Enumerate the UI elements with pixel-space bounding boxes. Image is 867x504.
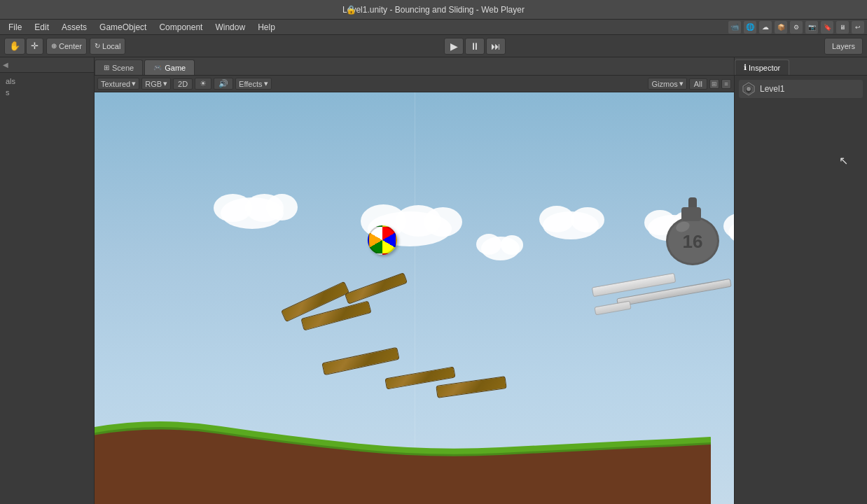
- main-toolbar: ✋ ✛ ⊕ Center ↻ Local ▶ ⏸ ⏭ Layers: [0, 35, 867, 57]
- 2d-button[interactable]: 2D: [173, 78, 193, 90]
- menu-component[interactable]: Component: [153, 21, 208, 34]
- weight-object[interactable]: 16: [662, 197, 723, 267]
- title-lock-icon: 🔒: [346, 5, 356, 15]
- svg-point-9: [747, 87, 751, 91]
- color-arrow-icon: ▾: [163, 79, 167, 88]
- effects-dropdown[interactable]: Effects ▾: [235, 78, 271, 90]
- menu-bar: File Edit Assets GameObject Component Wi…: [0, 20, 867, 35]
- center-icon: ⊕: [51, 42, 57, 50]
- hierarchy-item-1[interactable]: als: [0, 76, 94, 87]
- scene-tab[interactable]: ⊞ Scene: [95, 59, 143, 75]
- toolbar-icon-3: ☁: [759, 21, 772, 34]
- gizmos-arrow-icon: ▾: [679, 79, 684, 88]
- color-dropdown[interactable]: RGB ▾: [141, 78, 171, 90]
- toolbar-icon-2: 🌐: [744, 21, 756, 34]
- ground-dirt: [95, 378, 734, 504]
- viewport: 16: [95, 92, 734, 504]
- audio-button[interactable]: 🔊: [214, 78, 233, 90]
- toolbar-icon-6: 📷: [805, 21, 818, 34]
- pause-button[interactable]: ⏸: [465, 38, 485, 55]
- move-tool-button[interactable]: ✛: [26, 38, 43, 55]
- toolbar-icon-8: 🖥: [836, 21, 849, 34]
- scene-tab-icon: ⊞: [104, 64, 109, 71]
- shading-label: Textured: [101, 80, 130, 88]
- center-area: ⊞ Scene 🎮 Game Textured ▾ RGB ▾ 2D ☀ 🔊 E…: [95, 57, 734, 504]
- scene-menu-button[interactable]: ≡: [721, 79, 731, 89]
- space-local-button[interactable]: ↻ Local: [90, 38, 125, 55]
- game-tab[interactable]: 🎮 Game: [144, 59, 195, 75]
- shading-dropdown[interactable]: Textured ▾: [97, 78, 139, 90]
- menu-gameobject[interactable]: GameObject: [94, 21, 152, 34]
- play-button[interactable]: ▶: [444, 38, 464, 55]
- scene-maximize-button[interactable]: ⊞: [709, 79, 719, 89]
- left-sidebar: ◀ als s: [0, 57, 95, 504]
- color-label: RGB: [145, 80, 162, 88]
- effects-arrow-icon: ▾: [264, 79, 268, 88]
- right-panel: ℹ Inspector Level1 ↖: [734, 57, 867, 504]
- scene-toolbar: Textured ▾ RGB ▾ 2D ☀ 🔊 Effects ▾ Gizmos…: [95, 76, 734, 92]
- lighting-button[interactable]: ☀: [195, 78, 211, 90]
- unity-logo-icon: [742, 82, 756, 96]
- inspector-content: Level1: [735, 76, 867, 102]
- scene-toolbar-right: Gizmos ▾ All ⊞ ≡: [648, 78, 731, 90]
- cloud-3: [536, 204, 613, 239]
- inspector-tab-label: Inspector: [749, 64, 780, 72]
- menu-window[interactable]: Window: [209, 21, 251, 34]
- main-layout: ◀ als s ⊞ Scene 🎮 Game Textured ▾: [0, 57, 867, 504]
- hand-tool-button[interactable]: ✋: [4, 38, 25, 55]
- toolbar-icon-9: ↩: [852, 21, 864, 34]
- cloud-1: [214, 190, 305, 229]
- cloud-center: [473, 232, 529, 260]
- inspector-tab[interactable]: ℹ Inspector: [735, 59, 789, 75]
- pivot-center-button[interactable]: ⊕ Center: [46, 38, 87, 55]
- inspector-icon: ℹ: [744, 63, 747, 72]
- layers-button[interactable]: Layers: [824, 38, 863, 55]
- title-bar: 🔒 Level1.unity - Bouncing and Sliding - …: [0, 0, 867, 20]
- scene-tab-label: Scene: [112, 64, 134, 72]
- menu-edit[interactable]: Edit: [29, 21, 55, 34]
- inspector-tabs: ℹ Inspector: [735, 57, 867, 76]
- gizmos-dropdown[interactable]: Gizmos ▾: [648, 78, 686, 90]
- inspector-object-name: Level1: [760, 84, 784, 94]
- gizmos-label: Gizmos: [651, 80, 677, 88]
- menu-file[interactable]: File: [3, 21, 27, 34]
- svg-rect-3: [681, 207, 701, 221]
- hierarchy-item-2[interactable]: s: [0, 87, 94, 98]
- inspector-object-level1[interactable]: Level1: [739, 80, 863, 98]
- toolbar-icon-4: 📦: [775, 21, 787, 34]
- window-title: Level1.unity - Bouncing and Sliding - We…: [342, 5, 525, 15]
- game-scene: 16: [95, 92, 734, 504]
- toolbar-icon-1: 📹: [728, 21, 741, 34]
- mouse-cursor: ↖: [839, 154, 846, 165]
- sidebar-collapse-button[interactable]: ◀: [0, 57, 94, 73]
- effects-label: Effects: [239, 80, 262, 88]
- menu-assets[interactable]: Assets: [56, 21, 92, 34]
- shading-arrow-icon: ▾: [132, 79, 136, 88]
- all-button[interactable]: All: [689, 78, 707, 90]
- step-button[interactable]: ⏭: [486, 38, 506, 55]
- local-label: Local: [102, 42, 120, 50]
- scene-game-tabs: ⊞ Scene 🎮 Game: [95, 57, 734, 76]
- toolbar-icon-7: 🔖: [821, 21, 833, 34]
- transform-tools: ✋ ✛: [4, 38, 43, 55]
- local-icon: ↻: [95, 42, 100, 50]
- play-controls: ▶ ⏸ ⏭: [444, 38, 506, 55]
- game-tab-icon: 🎮: [153, 64, 162, 71]
- game-tab-label: Game: [165, 64, 186, 72]
- toolbar-icon-5: ⚙: [790, 21, 803, 34]
- svg-text:16: 16: [683, 231, 703, 252]
- beach-ball[interactable]: [368, 225, 397, 255]
- collapse-icon: ◀: [3, 61, 8, 69]
- center-label: Center: [59, 42, 82, 50]
- menu-help[interactable]: Help: [252, 21, 281, 34]
